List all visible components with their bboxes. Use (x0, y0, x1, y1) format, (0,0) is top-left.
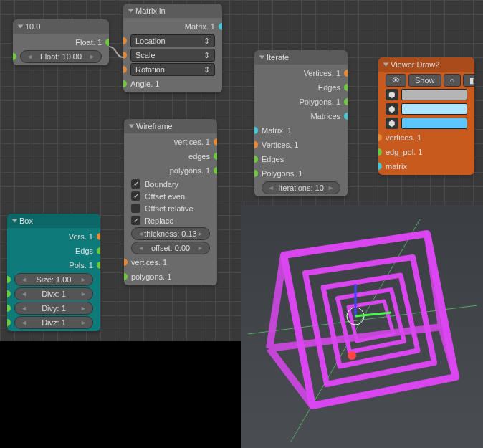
node-title: Wireframe (136, 122, 173, 130)
node-title: Iterate (267, 53, 289, 62)
node-viewer-draw[interactable]: Viewer Draw2 👁Show○◧ ⬢ ⬢ ⬢ vertices. 1 e… (378, 57, 474, 175)
rotation-select[interactable]: Rotation⇕ (130, 63, 215, 76)
show-button[interactable]: Show (408, 74, 441, 87)
3d-viewport[interactable] (241, 205, 483, 448)
node-box[interactable]: Box Vers. 1 Edgs Pols. 1 ◄Size: 1.00► ◄D… (7, 214, 100, 331)
node-title: Box (19, 216, 33, 225)
float-field[interactable]: ◄Float: 10.00► (20, 50, 102, 63)
location-select[interactable]: Location⇕ (130, 34, 215, 47)
node-title: Viewer Draw2 (391, 60, 439, 69)
black-panel (0, 341, 241, 448)
iterations-field[interactable]: ◄Iterations: 10► (262, 181, 340, 194)
node-matrix-in[interactable]: Matrix in Matrix. 1 Location⇕ Scale⇕ Rot… (123, 4, 222, 92)
color-swatch-3[interactable] (401, 118, 467, 129)
replace-checkbox[interactable] (131, 216, 140, 225)
node-title: Matrix in (135, 6, 166, 15)
eye-icon[interactable]: 👁 (386, 74, 406, 87)
offset-relative-checkbox[interactable] (131, 204, 140, 213)
svg-line-4 (355, 313, 391, 316)
node-iterate[interactable]: Iterate Vertices. 1 Edges Polygons. 1 Ma… (254, 50, 348, 196)
square-icon[interactable]: ◧ (463, 74, 474, 87)
offset-even-checkbox[interactable] (131, 191, 140, 201)
boundary-checkbox[interactable] (131, 179, 140, 189)
circle-icon[interactable]: ○ (444, 74, 462, 87)
edge-icon: ⬢ (386, 103, 398, 115)
divy-field[interactable]: ◄Divy: 1► (14, 302, 93, 315)
vertex-icon: ⬢ (386, 89, 398, 100)
offset-field[interactable]: ◄offset: 0.00► (131, 242, 210, 254)
node-title: 10.0 (25, 22, 40, 31)
divz-field[interactable]: ◄Divz: 1► (14, 316, 93, 329)
color-swatch-1[interactable] (401, 89, 467, 100)
scale-select[interactable]: Scale⇕ (130, 49, 215, 62)
size-field[interactable]: ◄Size: 1.00► (14, 273, 93, 286)
node-float[interactable]: 10.0 Float. 1 ◄Float: 10.00► (13, 19, 109, 65)
divx-field[interactable]: ◄Divx: 1► (14, 287, 93, 300)
face-icon: ⬢ (386, 118, 398, 129)
svg-point-5 (348, 351, 356, 360)
color-swatch-2[interactable] (401, 103, 467, 115)
node-wireframe[interactable]: Wireframe vertices. 1 edges polygons. 1 … (124, 119, 217, 285)
thickness-field[interactable]: ◄thickness: 0.13► (131, 227, 210, 240)
